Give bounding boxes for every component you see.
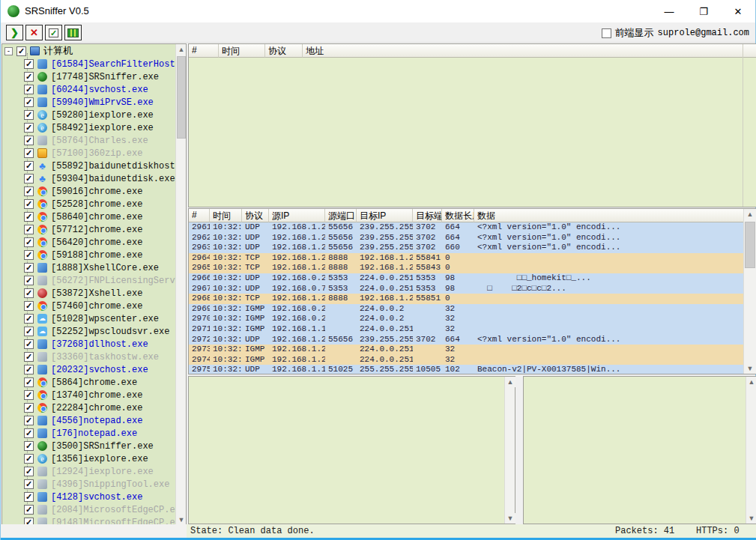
checkbox[interactable]: ✓ (24, 225, 34, 234)
scroll-up-icon[interactable]: ▲ (505, 377, 515, 387)
packet-row[interactable]: 296410:32:52TCP192.168.1.2128888192.168.… (189, 253, 743, 264)
checkbox[interactable]: ✓ (24, 428, 34, 438)
checkbox[interactable]: ✓ (24, 250, 34, 260)
scroll-up-icon[interactable]: ▲ (744, 209, 756, 219)
tree-item[interactable]: ✓[57460]chrome.exe (24, 300, 175, 312)
checkbox[interactable]: ✓ (24, 288, 34, 298)
checkbox[interactable]: ✓ (24, 161, 34, 171)
tree-item[interactable]: ✓♣[59304]baidunetdisk.exe (24, 172, 175, 185)
tree-item[interactable]: ✓[53872]Xshell.exe (24, 287, 175, 300)
tree-item[interactable]: ✓[176]notepad.exe (24, 427, 175, 440)
tree-item[interactable]: ✓[4556]notepad.exe (24, 414, 175, 427)
tree-item[interactable]: ✓☁[51028]wpscenter.exe (24, 312, 175, 325)
checkbox[interactable]: ✓ (24, 97, 34, 107)
tree-item[interactable]: ✓[59016]chrome.exe (24, 185, 175, 198)
checkbox[interactable]: ✓ (24, 467, 34, 476)
column-header[interactable]: # (189, 209, 210, 222)
checkbox[interactable]: ✓ (24, 276, 34, 285)
tree-item[interactable]: ✓[58640]chrome.exe (24, 210, 175, 223)
tree-item[interactable]: ✓☁[52252]wpscloudsvr.exe (24, 325, 175, 338)
tree-item[interactable]: ✓[37268]dllhost.exe (24, 338, 175, 351)
packet-row[interactable]: 296810:32:53TCP192.168.1.2128888192.168.… (189, 294, 743, 304)
checkbox[interactable]: ✓ (24, 505, 34, 515)
tree-item[interactable]: ✓[4396]SnippingTool.exe (24, 478, 175, 491)
tree-item[interactable]: ✓[4128]svchost.exe (24, 491, 175, 503)
checkbox[interactable]: ✓ (24, 72, 34, 82)
checkbox[interactable]: ✓ (24, 136, 34, 145)
checkbox[interactable]: ✓ (24, 352, 34, 362)
tree-item[interactable]: ✓[3500]SRSniffer.exe (24, 440, 175, 452)
tree-item[interactable]: ✓[20232]svchost.exe (24, 363, 175, 376)
packet-row[interactable]: 297310:32:53IGMP192.168.1.212224.0.0.251… (189, 345, 743, 355)
front-display-checkbox[interactable] (602, 28, 611, 38)
column-header[interactable]: 数据 (474, 209, 756, 222)
tree-item[interactable]: ✓[5864]chrome.exe (24, 376, 175, 389)
column-header[interactable]: 目标IP (357, 209, 413, 222)
column-header[interactable]: 时间 (219, 44, 265, 58)
collapse-icon[interactable]: - (4, 47, 13, 55)
network-adapter-button[interactable] (64, 25, 82, 40)
column-header[interactable]: 数据长度 (442, 209, 474, 222)
maximize-button[interactable]: ❐ (686, 0, 721, 22)
packet-row[interactable]: 296310:32:52UDP192.168.1.25355656239.255… (189, 243, 743, 253)
checkbox[interactable]: ✓ (24, 492, 34, 502)
tree-item[interactable]: ✓[57712]chrome.exe (24, 223, 175, 236)
tree-item[interactable]: ✓[2084]MicrosoftEdgeCP.exe (24, 503, 175, 516)
checkbox[interactable]: ✓ (24, 263, 34, 273)
checkbox[interactable]: ✓ (24, 123, 34, 133)
checkbox[interactable]: ✓ (24, 237, 34, 247)
scroll-down-icon[interactable]: ▼ (744, 363, 756, 374)
tree-item[interactable]: ✓[22284]chrome.exe (24, 401, 175, 414)
column-header[interactable]: 协议 (265, 44, 303, 58)
checkbox[interactable]: ✓ (24, 403, 34, 413)
tree-item[interactable]: ✓[56420]chrome.exe (24, 236, 175, 249)
checkbox[interactable]: ✓ (24, 148, 34, 158)
clear-data-button[interactable]: ✕ (25, 25, 43, 40)
tree-item[interactable]: ✓[1888]XshellCore.exe (24, 261, 175, 274)
tree-vertical-scrollbar[interactable]: ▲ ▼ (175, 44, 186, 525)
checkbox[interactable]: ✓ (24, 339, 34, 349)
column-header[interactable]: 协议 (242, 209, 269, 222)
tree-item[interactable]: ✓♣[55892]baidunetdiskhost.ex (24, 160, 175, 172)
detail-left-scrollbar[interactable]: ▲ ▼ (504, 377, 515, 524)
start-capture-button[interactable]: ❯ (6, 25, 23, 40)
packet-row[interactable]: 296110:32:52UDP192.168.1.25355656239.255… (189, 222, 743, 233)
checkbox[interactable]: ✓ (24, 186, 34, 196)
packet-row[interactable]: 297210:32:53UDP192.168.1.25355656239.255… (189, 335, 743, 345)
select-all-button[interactable]: ✓ (45, 25, 62, 40)
detail-panel-right[interactable]: ▲ ▼ (523, 376, 756, 524)
scroll-down-icon[interactable]: ▼ (746, 513, 756, 524)
checkbox[interactable]: ✓ (24, 479, 34, 489)
checkbox[interactable]: ✓ (24, 199, 34, 209)
scroll-down-icon[interactable]: ▼ (176, 515, 187, 525)
packet-row[interactable]: 297010:32:53IGMP192.168.0.232224.0.0.232 (189, 314, 743, 324)
column-header[interactable]: # (189, 44, 219, 58)
column-header[interactable]: 时间 (210, 209, 242, 222)
packet-row[interactable]: 297510:32:53UDP192.168.1.11651025255.255… (189, 365, 743, 374)
packet-vscroll-thumb[interactable] (745, 222, 755, 268)
tree-item[interactable]: ✓[56272]FNPLicensingService (24, 274, 175, 287)
tree-item[interactable]: ✓[58764]Charles.exe (24, 134, 175, 147)
checkbox[interactable]: ✓ (24, 390, 34, 400)
column-header[interactable]: 地址 (303, 44, 756, 58)
packet-row[interactable]: 297410:32:53IGMP192.168.1.212224.0.0.251… (189, 355, 743, 365)
checkbox[interactable]: ✓ (24, 174, 34, 183)
checkbox[interactable]: ✓ (24, 59, 34, 69)
packet-row[interactable]: 296710:32:53UDP192.168.0.725353224.0.0.2… (189, 284, 743, 294)
checkbox[interactable]: ✓ (24, 301, 34, 311)
scroll-up-icon[interactable]: ▲ (746, 377, 756, 387)
checkbox[interactable]: ✓ (24, 441, 34, 451)
minimize-button[interactable]: — (652, 0, 686, 22)
tree-item[interactable]: ✓[57100]360zip.exe (24, 147, 175, 160)
tree-item[interactable]: ✓[60244]svchost.exe (24, 83, 175, 96)
packet-row[interactable]: 296510:32:52TCP192.168.1.2128888192.168.… (189, 263, 743, 273)
tree-item[interactable]: ✓e[58492]iexplore.exe (24, 121, 175, 134)
address-table-scrollbar[interactable] (743, 44, 756, 207)
packet-table-scrollbar[interactable]: ▲ ▼ (743, 209, 756, 374)
tree-item[interactable]: ✓[52528]chrome.exe (24, 198, 175, 210)
packet-row[interactable]: 296910:32:53IGMP192.168.0.232224.0.0.232 (189, 304, 743, 315)
close-button[interactable]: ✕ (721, 0, 755, 22)
detail-right-scrollbar[interactable]: ▲ ▼ (746, 377, 756, 524)
tree-item[interactable]: ✓e[1356]iexplore.exe (24, 452, 175, 465)
column-header[interactable]: 源IP (269, 209, 325, 222)
